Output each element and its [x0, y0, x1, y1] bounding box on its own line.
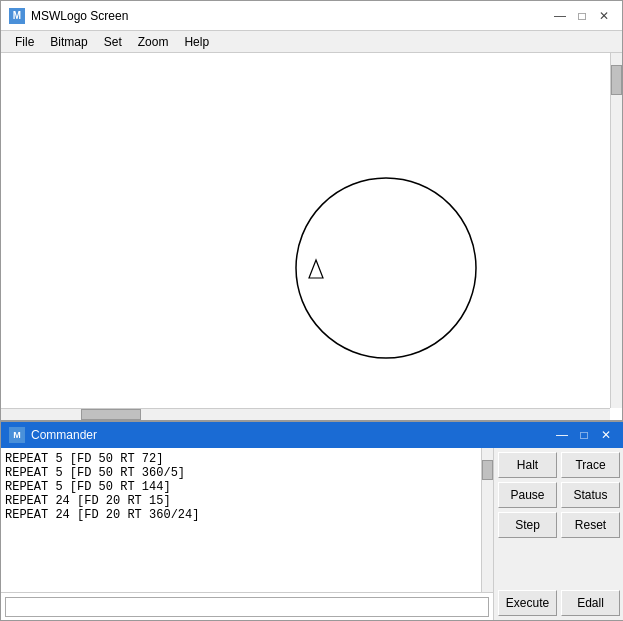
- edall-button[interactable]: Edall: [561, 590, 620, 616]
- step-button[interactable]: Step: [498, 512, 557, 538]
- button-row-3: Step Reset: [498, 512, 620, 538]
- output-line-1: REPEAT 5 [FD 50 RT 72]: [5, 452, 489, 466]
- canvas-scrollbar-bottom[interactable]: [1, 408, 610, 420]
- reset-button[interactable]: Reset: [561, 512, 620, 538]
- menu-file[interactable]: File: [7, 33, 42, 51]
- commander-close-button[interactable]: ✕: [596, 426, 616, 444]
- button-row-1: Halt Trace: [498, 452, 620, 478]
- commander-maximize-button[interactable]: □: [574, 426, 594, 444]
- commander-window: M Commander — □ ✕ REPEAT 5 [FD 50 RT 72]…: [1, 420, 623, 620]
- commander-icon: M: [9, 427, 25, 443]
- maximize-button[interactable]: □: [572, 6, 592, 26]
- scrollbar-thumb-vertical[interactable]: [611, 65, 622, 95]
- menu-help[interactable]: Help: [176, 33, 217, 51]
- title-bar: M MSWLogo Screen — □ ✕: [1, 1, 622, 31]
- window-title: MSWLogo Screen: [31, 9, 550, 23]
- title-bar-controls: — □ ✕: [550, 6, 614, 26]
- status-button[interactable]: Status: [561, 482, 620, 508]
- minimize-button[interactable]: —: [550, 6, 570, 26]
- output-line-4: REPEAT 24 [FD 20 RT 15]: [5, 494, 489, 508]
- commander-controls: — □ ✕: [552, 426, 616, 444]
- scrollbar-thumb-horizontal[interactable]: [81, 409, 141, 420]
- output-line-5: REPEAT 24 [FD 20 RT 360/24]: [5, 508, 489, 522]
- pause-button[interactable]: Pause: [498, 482, 557, 508]
- menu-bitmap[interactable]: Bitmap: [42, 33, 95, 51]
- button-row-2: Pause Status: [498, 482, 620, 508]
- main-window: M MSWLogo Screen — □ ✕ File Bitmap Set Z…: [0, 0, 623, 621]
- output-line-2: REPEAT 5 [FD 50 RT 360/5]: [5, 466, 489, 480]
- canvas-scrollbar-right[interactable]: [610, 53, 622, 408]
- menu-bar: File Bitmap Set Zoom Help: [1, 31, 622, 53]
- drawing-canvas: [1, 53, 622, 420]
- commander-left-panel: REPEAT 5 [FD 50 RT 72] REPEAT 5 [FD 50 R…: [1, 448, 494, 620]
- turtle-icon: [309, 260, 323, 278]
- output-line-3: REPEAT 5 [FD 50 RT 144]: [5, 480, 489, 494]
- output-scroll-thumb[interactable]: [482, 460, 493, 480]
- commander-body: REPEAT 5 [FD 50 RT 72] REPEAT 5 [FD 50 R…: [1, 448, 623, 620]
- commander-title-bar: M Commander — □ ✕: [1, 422, 623, 448]
- app-icon: M: [9, 8, 25, 24]
- menu-set[interactable]: Set: [96, 33, 130, 51]
- commander-minimize-button[interactable]: —: [552, 426, 572, 444]
- button-row-bottom: Execute Edall: [498, 590, 620, 616]
- execute-button[interactable]: Execute: [498, 590, 557, 616]
- canvas-area: [1, 53, 622, 420]
- commander-right-panel: Halt Trace Pause Status Step Reset Execu…: [494, 448, 623, 620]
- commander-title: Commander: [31, 428, 552, 442]
- commander-input[interactable]: [5, 597, 489, 617]
- drawn-circle: [296, 178, 476, 358]
- close-button[interactable]: ✕: [594, 6, 614, 26]
- halt-button[interactable]: Halt: [498, 452, 557, 478]
- menu-zoom[interactable]: Zoom: [130, 33, 177, 51]
- output-scrollbar[interactable]: [481, 448, 493, 592]
- trace-button[interactable]: Trace: [561, 452, 620, 478]
- commander-output: REPEAT 5 [FD 50 RT 72] REPEAT 5 [FD 50 R…: [1, 448, 493, 592]
- commander-input-area: [1, 592, 493, 620]
